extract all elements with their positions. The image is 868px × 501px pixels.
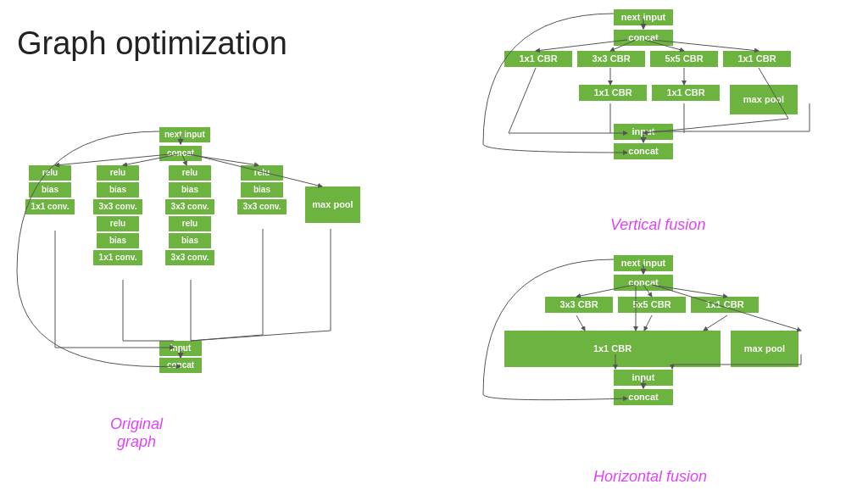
og-maxpool: max pool [305,186,360,223]
vf-next-input: next input [614,8,673,25]
og-col2: relu bias 3x3 conv. relu bias 3x3 conv. [165,165,214,265]
vf-mid-row: 1x1 CBR 1x1 CBR max pool [504,85,798,114]
horizontal-fusion-label: Horizontal fusion [593,468,707,486]
hf-next-input: next input [614,254,673,271]
vf-concat: concat [614,29,673,46]
page-title: Graph optimization [17,25,287,62]
og-input: input [159,339,202,356]
og-col0: relu bias 1x1 conv. [25,165,75,214]
hf-top-row: 3x3 CBR 5x5 CBR 1x1 CBR [545,297,759,313]
og-concat: concat [159,144,202,161]
svg-line-39 [644,315,652,331]
vf-top-row: 1x1 CBR 3x3 CBR 5x5 CBR 1x1 CBR [504,51,791,67]
hf-concat-bottom: concat [614,388,673,405]
hf-concat: concat [614,274,673,291]
vertical-fusion-label: Vertical fusion [610,216,705,234]
vf-concat-bottom: concat [614,142,673,159]
svg-line-14 [191,331,331,341]
svg-line-40 [704,315,727,331]
hf-input: input [614,369,673,386]
og-next-input: next input [159,125,210,142]
original-graph-label: Original graph [110,415,163,451]
svg-line-1 [55,154,170,165]
og-concat-bottom: concat [159,356,202,373]
svg-line-38 [576,315,585,331]
hf-bottom-row: 1x1 CBR max pool [504,331,798,367]
og-col1: relu bias 3x3 conv. relu bias 1x1 conv. [93,165,142,265]
vf-input: input [614,123,673,140]
og-col3: relu bias 3x3 conv. [237,165,287,214]
